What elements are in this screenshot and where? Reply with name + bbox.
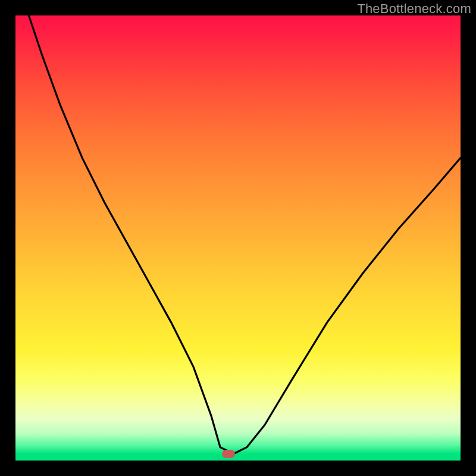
optimal-marker [222, 450, 235, 458]
plot-area [15, 15, 461, 461]
chart-frame: TheBottleneck.com [0, 0, 476, 476]
watermark-text: TheBottleneck.com [357, 1, 471, 17]
bottleneck-curve [15, 15, 461, 461]
